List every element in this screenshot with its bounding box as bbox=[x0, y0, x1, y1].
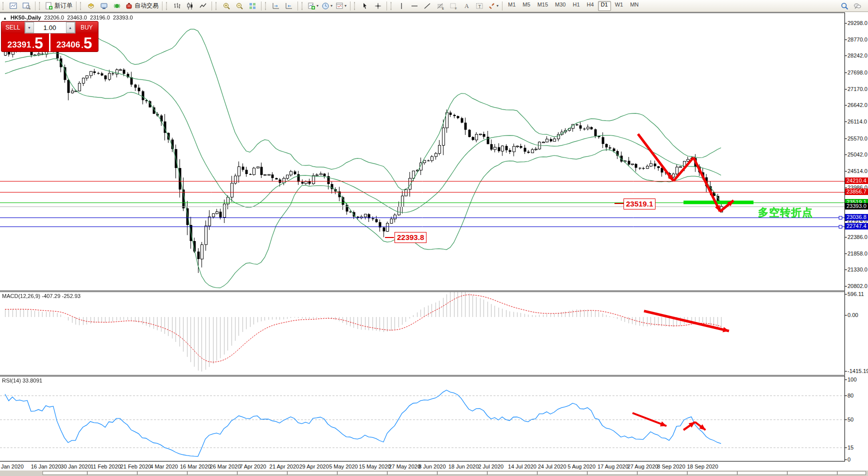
price-axis[interactable]: 29298.028770.028242.027698.027170.026642… bbox=[845, 12, 868, 470]
new-order-icon bbox=[45, 2, 53, 10]
fibonacci-icon: E bbox=[436, 2, 444, 10]
search-button[interactable] bbox=[838, 0, 851, 12]
chevron-down-icon[interactable]: ▾ bbox=[344, 4, 346, 8]
toolbar-grip bbox=[354, 2, 357, 10]
bid-main-digits: 23391 bbox=[8, 40, 31, 50]
symbol-collapse-icon[interactable]: ▲ bbox=[3, 16, 7, 20]
vline-button[interactable] bbox=[395, 0, 408, 12]
scrollbar-tick bbox=[187, 472, 188, 474]
chart-title: ▲ HK50-,Daily 23206.0 23463.0 23196.0 23… bbox=[3, 14, 133, 20]
volume-decrease-button[interactable]: ▼ bbox=[25, 22, 34, 33]
profiles-icon bbox=[22, 2, 30, 10]
timeframe-button-h4[interactable]: H4 bbox=[584, 1, 597, 11]
date-axis-label: 21 Apr 2020 bbox=[270, 464, 299, 470]
date-axis-label: 5 Aug 2020 bbox=[568, 464, 596, 470]
label-icon: T bbox=[476, 2, 484, 10]
buy-button[interactable]: BUY bbox=[76, 22, 98, 34]
clock-icon bbox=[322, 2, 330, 10]
chart-window: ▲ HK50-,Daily 23206.0 23463.0 23196.0 23… bbox=[0, 12, 868, 476]
hline-button[interactable] bbox=[408, 0, 421, 12]
date-axis-label: 8 Sep 2020 bbox=[657, 464, 685, 470]
new-chart-button[interactable] bbox=[7, 0, 20, 12]
volume-increase-button[interactable]: ▲ bbox=[66, 22, 75, 33]
timeframe-button-m30[interactable]: M30 bbox=[552, 1, 568, 11]
price-axis-label: 26642.0 bbox=[848, 102, 868, 108]
timeframe-button-h1[interactable]: H1 bbox=[570, 1, 582, 11]
date-axis[interactable]: Jan 202016 Jan 202030 Jan 202011 Feb 202… bbox=[0, 462, 845, 470]
signals-button[interactable] bbox=[110, 0, 124, 12]
timeframe-button-d1[interactable]: D1 bbox=[598, 1, 611, 11]
text-button[interactable]: A bbox=[460, 0, 473, 12]
chevron-down-icon[interactable]: ▾ bbox=[496, 4, 498, 8]
new-order-button[interactable]: 新订单 bbox=[44, 0, 74, 12]
autotrading-button[interactable]: 自动交易 bbox=[124, 0, 160, 12]
trendline-button[interactable] bbox=[421, 0, 434, 12]
rsi-pane: RSI(14) 33.8091 bbox=[0, 375, 845, 462]
bid-price[interactable]: 23391 . 5 bbox=[2, 34, 50, 52]
chevron-down-icon[interactable]: ▾ bbox=[316, 4, 318, 8]
tile-windows-button[interactable] bbox=[246, 0, 259, 12]
main-chart-pane: ▲ HK50-,Daily 23206.0 23463.0 23196.0 23… bbox=[0, 12, 845, 290]
ask-main-digits: 23406 bbox=[56, 40, 80, 50]
timeframe-button-mn[interactable]: MN bbox=[627, 1, 642, 11]
community-icon bbox=[854, 2, 862, 10]
zoom-out-button[interactable] bbox=[233, 0, 246, 12]
line-mode-icon bbox=[199, 2, 207, 10]
turning-point-text[interactable]: 多空转折点 bbox=[758, 206, 813, 220]
profiles-button[interactable] bbox=[20, 0, 33, 12]
scrollbar-tick bbox=[87, 472, 88, 474]
macd-axis-label: -1415.19 bbox=[848, 368, 868, 374]
label-button[interactable]: T bbox=[473, 0, 486, 12]
timeframe-button-m5[interactable]: M5 bbox=[520, 1, 533, 11]
fibo-grid-button[interactable]: F bbox=[447, 0, 460, 12]
macd-canvas[interactable] bbox=[0, 292, 844, 375]
clock-button[interactable]: ▾ bbox=[320, 0, 334, 12]
date-axis-label: 16 Jan 2020 bbox=[31, 464, 62, 470]
crosshair-button[interactable] bbox=[372, 0, 384, 12]
price-axis-label: 26114.0 bbox=[848, 118, 867, 124]
indicators-button[interactable]: ▾ bbox=[306, 0, 320, 12]
bars-mode-button[interactable] bbox=[170, 0, 184, 12]
community-button[interactable] bbox=[851, 0, 864, 12]
timeframe-button-w1[interactable]: W1 bbox=[612, 1, 626, 11]
chart-scrollbar[interactable] bbox=[42, 471, 866, 475]
macd-label: MACD(12,26,9) -407.29 -252.93 bbox=[2, 293, 80, 299]
scrollbar-tick bbox=[487, 472, 488, 474]
date-axis-label: 18 Sep 2020 bbox=[687, 464, 718, 470]
support-price-label[interactable]: 22393.8 bbox=[394, 232, 426, 243]
scrollbar-tick bbox=[687, 472, 688, 474]
volume-input[interactable] bbox=[34, 22, 66, 33]
search-icon bbox=[840, 2, 848, 10]
date-axis-label: 21 Feb 2020 bbox=[120, 464, 152, 470]
autotrading-label: 自动交易 bbox=[134, 2, 158, 10]
terminal-button[interactable] bbox=[98, 0, 110, 12]
templates-button[interactable]: ▾ bbox=[334, 0, 348, 12]
candles-mode-button[interactable] bbox=[184, 0, 196, 12]
line-mode-button[interactable] bbox=[196, 0, 210, 12]
timeframe-button-m1[interactable]: M1 bbox=[505, 1, 518, 11]
terminal-icon bbox=[100, 2, 108, 10]
price-axis-label: 29298.0 bbox=[848, 20, 868, 26]
rsi-canvas[interactable] bbox=[0, 376, 844, 461]
shapes-button[interactable]: ▾ bbox=[486, 0, 500, 12]
main-chart-canvas[interactable] bbox=[0, 13, 844, 290]
chart-shift-button[interactable] bbox=[282, 0, 296, 12]
auto-scroll-button[interactable] bbox=[270, 0, 282, 12]
ask-price[interactable]: 23406 . 5 bbox=[50, 34, 98, 52]
ohlc-low: 23196.0 bbox=[90, 14, 110, 20]
scrollbar-tick bbox=[387, 472, 388, 474]
price-tag-22747.4: 22747.4 bbox=[845, 223, 868, 230]
date-axis-label: 17 Aug 2020 bbox=[598, 464, 628, 470]
cursor-button[interactable] bbox=[358, 0, 372, 12]
timeframe-button-m15[interactable]: M15 bbox=[534, 1, 551, 11]
chevron-down-icon[interactable]: ▾ bbox=[330, 4, 332, 8]
symbol-period-label: HK50-,Daily bbox=[10, 14, 41, 20]
templates-icon bbox=[336, 2, 344, 10]
zoom-in-button[interactable] bbox=[220, 0, 233, 12]
metaeditor-button[interactable] bbox=[84, 0, 98, 12]
sell-button[interactable]: SELL bbox=[2, 22, 24, 34]
macd-axis-label: 0.00 bbox=[848, 312, 858, 318]
fibonacci-button[interactable]: E bbox=[434, 0, 447, 12]
price-axis-label: 25042.0 bbox=[848, 152, 868, 158]
resistance-price-label[interactable]: 23519.1 bbox=[624, 198, 656, 210]
